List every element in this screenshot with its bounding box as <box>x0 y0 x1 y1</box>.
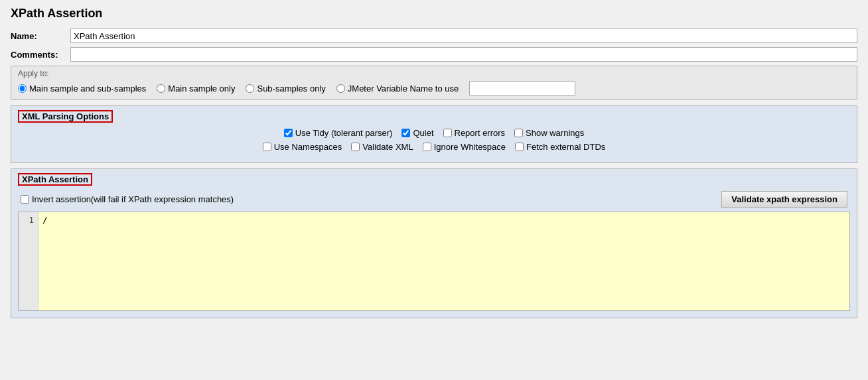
xpath-controls: Invert assertion(will fail if XPath expr… <box>18 191 850 208</box>
checkbox-use-namespaces[interactable]: Use Namespaces <box>263 142 342 152</box>
checkbox-invert[interactable]: Invert assertion(will fail if XPath expr… <box>21 194 234 204</box>
line-numbers: 1 <box>19 212 38 310</box>
checkbox-report-errors[interactable]: Report errors <box>443 128 506 138</box>
radio-jmeter-var[interactable]: JMeter Variable Name to use <box>336 84 459 94</box>
radio-main-sub[interactable]: Main sample and sub-samples <box>18 84 146 94</box>
radio-main-sub-label: Main sample and sub-samples <box>29 84 146 94</box>
editor-text: / <box>42 215 48 225</box>
line-number-1: 1 <box>23 215 34 225</box>
xml-checkboxes-row1: Use Tidy (tolerant parser) Quiet Report … <box>18 128 850 138</box>
radio-jmeter-var-label: JMeter Variable Name to use <box>348 84 459 94</box>
comments-label: Comments: <box>11 50 70 60</box>
validate-xpath-button[interactable]: Validate xpath expression <box>721 191 847 208</box>
xpath-assertion-title: XPath Assertion <box>18 173 92 186</box>
comments-row: Comments: <box>11 47 857 62</box>
name-row: Name: <box>11 29 857 43</box>
xml-parsing-section: XML Parsing Options Use Tidy (tolerant p… <box>11 105 857 163</box>
page-title: XPath Assertion <box>11 7 857 21</box>
checkbox-fetch-dtds[interactable]: Fetch external DTDs <box>515 142 605 152</box>
report-errors-label: Report errors <box>455 128 506 138</box>
invert-label: Invert assertion(will fail if XPath expr… <box>32 194 234 204</box>
radio-main-only-label: Main sample only <box>168 84 235 94</box>
checkbox-show-warnings[interactable]: Show warnings <box>514 128 584 138</box>
jmeter-var-input[interactable] <box>469 81 575 95</box>
xpath-editor: 1 / <box>18 212 850 311</box>
invert-row: Invert assertion(will fail if XPath expr… <box>21 194 234 204</box>
name-input[interactable] <box>70 29 857 43</box>
show-warnings-label: Show warnings <box>526 128 584 138</box>
xpath-assertion-section: XPath Assertion Invert assertion(will fa… <box>11 168 857 318</box>
use-tidy-label: Use Tidy (tolerant parser) <box>295 128 393 138</box>
apply-to-label: Apply to: <box>18 69 850 78</box>
checkbox-ignore-whitespace[interactable]: Ignore Whitespace <box>423 142 506 152</box>
checkbox-validate-xml[interactable]: Validate XML <box>351 142 413 152</box>
fetch-dtds-label: Fetch external DTDs <box>526 142 605 152</box>
xml-checkboxes-row2: Use Namespaces Validate XML Ignore White… <box>18 142 850 152</box>
name-label: Name: <box>11 31 70 41</box>
xml-parsing-title: XML Parsing Options <box>18 110 113 123</box>
radio-main-only[interactable]: Main sample only <box>157 84 235 94</box>
apply-to-section: Apply to: Main sample and sub-samples Ma… <box>11 66 857 100</box>
checkbox-use-tidy[interactable]: Use Tidy (tolerant parser) <box>284 128 393 138</box>
ignore-whitespace-label: Ignore Whitespace <box>434 142 506 152</box>
apply-to-radio-group: Main sample and sub-samples Main sample … <box>18 81 850 95</box>
validate-xml-label: Validate XML <box>362 142 413 152</box>
main-container: XPath Assertion Name: Comments: Apply to… <box>0 0 868 380</box>
radio-sub-only[interactable]: Sub-samples only <box>246 84 325 94</box>
quiet-label: Quiet <box>413 128 433 138</box>
use-namespaces-label: Use Namespaces <box>274 142 342 152</box>
radio-sub-only-label: Sub-samples only <box>257 84 325 94</box>
comments-input[interactable] <box>70 47 857 62</box>
checkbox-quiet[interactable]: Quiet <box>401 128 433 138</box>
editor-content[interactable]: / <box>38 212 849 310</box>
